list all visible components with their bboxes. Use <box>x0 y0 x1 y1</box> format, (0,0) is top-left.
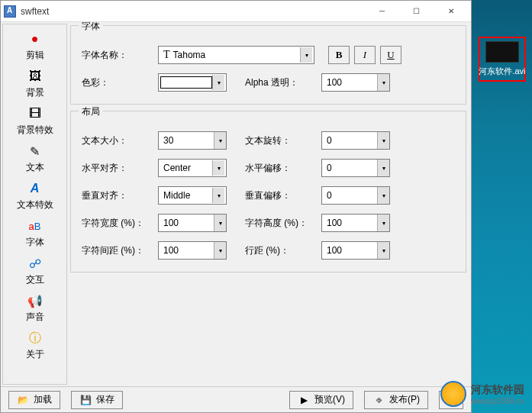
sidebar-item-sound[interactable]: 📢 声音 <box>5 289 65 327</box>
file-label: 河东软件.avi <box>479 66 525 77</box>
valign-label: 垂直对齐： <box>82 189 158 202</box>
speaker-icon: 📢 <box>27 292 44 309</box>
color-swatch <box>160 76 212 89</box>
sidebar-label: 交互 <box>26 273 44 286</box>
bold-button[interactable]: B <box>328 46 350 64</box>
watermark: 河东软件园 www.pc0359.cn <box>440 381 524 407</box>
link-icon: ☍ <box>27 255 44 272</box>
italic-button[interactable]: I <box>354 46 376 64</box>
desktop-file[interactable]: 河东软件.avi <box>479 37 526 82</box>
sidebar-item-bgfx[interactable]: 🎞 背景特效 <box>5 102 65 140</box>
line-sp-label: 行距 (%)： <box>245 244 321 257</box>
titlebar: swftext ─ ☐ ✕ <box>1 1 471 22</box>
chevron-down-icon: ▾ <box>377 242 389 259</box>
alpha-value: 100 <box>327 77 342 88</box>
load-label: 加载 <box>34 393 52 406</box>
hoffset-input[interactable]: 0▾ <box>321 159 390 177</box>
play-icon: ▶ <box>298 394 310 406</box>
window-controls: ─ ☐ ✕ <box>365 3 468 20</box>
maximize-button[interactable]: ☐ <box>399 3 434 20</box>
sidebar-label: 剪辑 <box>26 49 44 62</box>
watermark-url: www.pc0359.cn <box>471 397 524 405</box>
sidebar-label: 声音 <box>26 311 44 324</box>
picture-icon: 🖼 <box>27 68 44 85</box>
halign-label: 水平对齐： <box>82 162 158 175</box>
sidebar-item-about[interactable]: ⓘ 关于 <box>5 327 65 364</box>
text-rotate-label: 文本旋转： <box>245 134 321 147</box>
main-area: ● 剪辑 🖼 背景 🎞 背景特效 ✎ 文本 A 文本特效 aB 字体 <box>1 22 471 386</box>
app-icon <box>4 5 16 18</box>
sidebar-item-clip[interactable]: ● 剪辑 <box>5 27 65 65</box>
sidebar-label: 背景特效 <box>17 124 53 137</box>
chevron-down-icon: ▾ <box>212 160 224 176</box>
alpha-label: Alpha 透明： <box>245 76 321 89</box>
sidebar: ● 剪辑 🖼 背景 🎞 背景特效 ✎ 文本 A 文本特效 aB 字体 <box>2 24 67 385</box>
char-h-input[interactable]: 100▾ <box>321 214 390 232</box>
voffset-label: 垂直偏移： <box>245 189 321 202</box>
group-title: 字体 <box>79 22 103 33</box>
chevron-down-icon: ▾ <box>300 47 312 63</box>
sidebar-item-textfx[interactable]: A 文本特效 <box>5 177 65 215</box>
char-sp-label: 字符间距 (%)： <box>82 244 158 257</box>
preview-label: 预览(V) <box>314 393 345 406</box>
valign-combo[interactable]: Middle▾ <box>158 186 227 205</box>
line-sp-input[interactable]: 100▾ <box>321 241 390 260</box>
publish-button[interactable]: ⎆ 发布(P) <box>364 391 428 409</box>
sidebar-item-text[interactable]: ✎ 文本 <box>5 140 65 177</box>
color-picker[interactable]: ▾ <box>158 73 227 92</box>
sidebar-label: 文本特效 <box>17 198 53 211</box>
color-label: 色彩： <box>82 76 158 89</box>
voffset-input[interactable]: 0▾ <box>321 186 390 205</box>
app-window: swftext ─ ☐ ✕ ● 剪辑 🖼 背景 🎞 背景特效 ✎ 文本 <box>0 0 472 413</box>
chevron-down-icon: ▾ <box>377 160 389 176</box>
floppy-icon: 💾 <box>79 394 92 406</box>
bottom-toolbar: 📂 加载 💾 保存 ▶ 预览(V) ⎆ 发布(P) ❓ <box>1 386 471 412</box>
text-size-input[interactable]: 30▾ <box>158 131 227 150</box>
chevron-down-icon: ▾ <box>214 215 226 231</box>
font-name-label: 字体名称： <box>82 49 158 62</box>
text-effect-icon: A <box>27 180 44 197</box>
chevron-down-icon: ▾ <box>212 75 224 90</box>
load-button[interactable]: 📂 加载 <box>8 391 60 409</box>
chevron-down-icon: ▾ <box>214 132 226 149</box>
font-name-value: Tahoma <box>173 50 206 60</box>
close-button[interactable]: ✕ <box>434 3 468 20</box>
text-size-label: 文本大小： <box>82 134 158 147</box>
char-w-label: 字符宽度 (%)： <box>82 217 158 230</box>
sidebar-item-background[interactable]: 🖼 背景 <box>5 65 65 102</box>
pencil-icon: ✎ <box>27 143 44 160</box>
save-label: 保存 <box>96 393 114 406</box>
sidebar-label: 字体 <box>26 236 44 249</box>
font-name-combo[interactable]: TTahoma ▾ <box>158 46 314 64</box>
hoffset-label: 水平偏移： <box>245 162 321 175</box>
alpha-input[interactable]: 100 ▾ <box>321 73 390 92</box>
info-icon: ⓘ <box>27 330 44 347</box>
font-icon: aB <box>27 218 44 234</box>
content-pane: 字体 字体名称： TTahoma ▾ B I U 色彩： <box>69 22 471 386</box>
font-group: 字体 字体名称： TTahoma ▾ B I U 色彩： <box>70 25 466 105</box>
chevron-down-icon: ▾ <box>212 188 224 203</box>
sidebar-label: 文本 <box>26 161 44 174</box>
chevron-down-icon: ▾ <box>377 74 389 91</box>
chevron-down-icon: ▾ <box>377 187 389 204</box>
group-title: 布局 <box>79 105 103 118</box>
scissors-icon: ● <box>27 31 44 47</box>
sidebar-item-font[interactable]: aB 字体 <box>5 215 65 252</box>
publish-icon: ⎆ <box>372 394 385 406</box>
watermark-name: 河东软件园 <box>471 383 524 395</box>
watermark-logo-icon <box>440 381 466 407</box>
char-h-label: 字符高度 (%)： <box>245 217 321 230</box>
preview-button[interactable]: ▶ 预览(V) <box>289 391 353 409</box>
text-rotate-input[interactable]: 0▾ <box>321 131 390 150</box>
char-w-input[interactable]: 100▾ <box>158 214 227 232</box>
sidebar-item-interact[interactable]: ☍ 交互 <box>5 252 65 289</box>
underline-button[interactable]: U <box>380 46 401 64</box>
char-sp-input[interactable]: 100▾ <box>158 241 227 260</box>
chevron-down-icon: ▾ <box>214 242 226 259</box>
minimize-button[interactable]: ─ <box>365 3 399 20</box>
halign-combo[interactable]: Center▾ <box>158 159 227 177</box>
folder-open-icon: 📂 <box>17 394 29 406</box>
save-button[interactable]: 💾 保存 <box>71 391 123 409</box>
chevron-down-icon: ▾ <box>377 132 389 149</box>
layout-group: 布局 文本大小： 30▾ 文本旋转： 0▾ 水平对齐： Center▾ 水平偏移… <box>70 111 466 273</box>
